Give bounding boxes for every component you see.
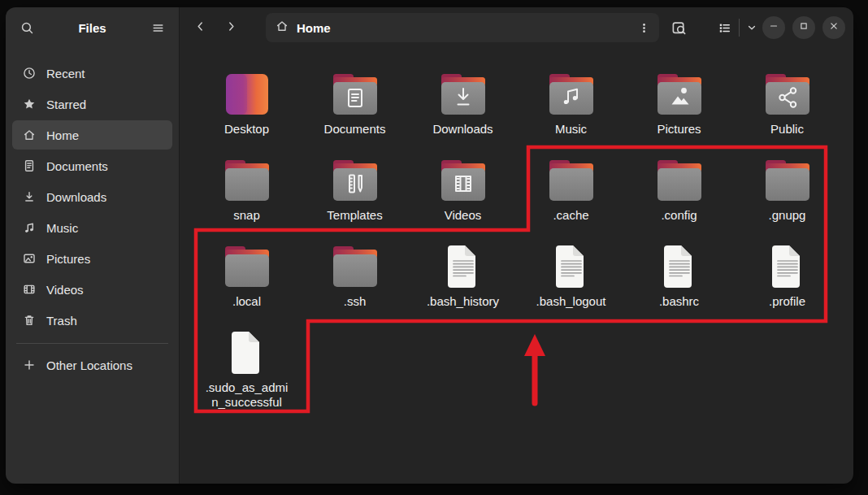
file-item[interactable]: Pictures bbox=[625, 68, 733, 154]
file-label: .sudo_as_admin_successful bbox=[206, 380, 289, 410]
home-icon bbox=[276, 20, 289, 36]
folder-icon bbox=[545, 68, 597, 119]
star-icon bbox=[23, 98, 36, 111]
sidebar-list: RecentStarredHomeDocumentsDownloadsMusic… bbox=[6, 48, 179, 337]
hamburger-menu-icon bbox=[151, 21, 165, 35]
maximize-icon bbox=[798, 20, 809, 35]
file-item[interactable]: .gnupg bbox=[733, 154, 841, 241]
sidebar-item-label: Downloads bbox=[46, 190, 106, 204]
sidebar-item-home[interactable]: Home bbox=[12, 120, 172, 150]
hamburger-menu-button[interactable] bbox=[145, 15, 171, 41]
file-label: .ssh bbox=[344, 294, 367, 309]
file-item[interactable]: .ssh bbox=[301, 241, 409, 327]
folder-icon bbox=[653, 154, 705, 205]
folder-icon bbox=[329, 241, 381, 291]
file-label: .local bbox=[232, 294, 261, 309]
file-label: Pictures bbox=[657, 122, 701, 137]
file-item[interactable]: Downloads bbox=[409, 68, 517, 154]
file-item[interactable]: Desktop bbox=[193, 68, 301, 154]
search-button[interactable] bbox=[14, 15, 40, 41]
forward-button[interactable] bbox=[218, 15, 244, 41]
file-item[interactable]: .sudo_as_admin_successful bbox=[193, 327, 301, 413]
home-icon bbox=[23, 128, 36, 141]
maximize-button[interactable] bbox=[792, 16, 815, 39]
sidebar-item-label: Starred bbox=[46, 98, 86, 111]
file-label: .cache bbox=[553, 208, 588, 223]
file-item[interactable]: Videos bbox=[409, 154, 517, 241]
sidebar-item-downloads[interactable]: Downloads bbox=[12, 182, 172, 211]
sidebar-item-recent[interactable]: Recent bbox=[12, 59, 172, 88]
back-button[interactable] bbox=[187, 15, 213, 41]
sidebar: Files RecentStarredHomeDocumentsDownload… bbox=[6, 7, 180, 484]
view-options-button[interactable] bbox=[741, 15, 762, 41]
sidebar-item-label: Music bbox=[46, 221, 78, 235]
file-label: .gnupg bbox=[769, 208, 806, 223]
sidebar-item-label: Trash bbox=[46, 314, 77, 328]
close-icon bbox=[828, 20, 840, 35]
file-label: snap bbox=[233, 208, 260, 223]
close-button[interactable] bbox=[822, 16, 845, 39]
folder-icon bbox=[221, 154, 273, 205]
search-location-button[interactable] bbox=[666, 15, 692, 41]
search-location-icon bbox=[671, 20, 687, 36]
file-item[interactable]: Templates bbox=[301, 154, 409, 241]
file-item[interactable]: .bash_history bbox=[409, 241, 517, 327]
view-toggle bbox=[711, 15, 762, 41]
file-item[interactable]: .bashrc bbox=[625, 241, 733, 327]
file-label: .profile bbox=[769, 294, 805, 309]
file-icon bbox=[762, 241, 814, 291]
forward-chevron-icon bbox=[224, 20, 238, 37]
minimize-button[interactable] bbox=[762, 16, 785, 39]
file-icon bbox=[545, 241, 597, 291]
kebab-menu-icon bbox=[638, 21, 650, 35]
trash-icon bbox=[23, 314, 36, 327]
folder-icon bbox=[329, 68, 381, 119]
file-item[interactable]: .cache bbox=[517, 154, 625, 241]
file-label: .bashrc bbox=[659, 294, 699, 309]
pathbar[interactable]: Home bbox=[266, 13, 659, 42]
app-title: Files bbox=[40, 21, 145, 35]
music-icon bbox=[23, 221, 36, 234]
sidebar-item-label: Videos bbox=[46, 283, 84, 297]
file-label: Documents bbox=[324, 122, 386, 137]
file-item[interactable]: .bash_logout bbox=[517, 241, 625, 327]
file-item[interactable]: .profile bbox=[733, 241, 841, 327]
folder-icon bbox=[545, 154, 597, 205]
file-item[interactable]: Music bbox=[517, 68, 625, 154]
chevron-down-icon bbox=[745, 21, 758, 34]
content-pane: Home bbox=[180, 7, 853, 484]
files-app-window: Files RecentStarredHomeDocumentsDownload… bbox=[6, 7, 853, 484]
folder-icon bbox=[762, 154, 814, 205]
sidebar-item-label: Other Locations bbox=[46, 358, 132, 372]
folder-icon bbox=[329, 154, 381, 205]
file-item[interactable]: .local bbox=[193, 241, 301, 327]
file-item[interactable]: Public bbox=[733, 68, 841, 154]
sidebar-item-music[interactable]: Music bbox=[12, 213, 172, 242]
file-label: .bash_logout bbox=[536, 294, 606, 309]
file-label: .bash_history bbox=[427, 294, 499, 309]
sidebar-item-documents[interactable]: Documents bbox=[12, 151, 172, 180]
headerbar: Home bbox=[180, 7, 853, 48]
path-label: Home bbox=[297, 21, 633, 35]
sidebar-item-other-locations[interactable]: Other Locations bbox=[12, 350, 172, 380]
sidebar-item-label: Pictures bbox=[46, 252, 90, 266]
sidebar-separator bbox=[16, 343, 168, 344]
file-label: Downloads bbox=[432, 122, 493, 137]
list-view-icon bbox=[718, 21, 731, 35]
file-label: Public bbox=[770, 122, 804, 137]
folder-icon bbox=[762, 68, 814, 119]
back-chevron-icon bbox=[193, 20, 207, 37]
sidebar-item-starred[interactable]: Starred bbox=[12, 89, 172, 119]
sidebar-item-pictures[interactable]: Pictures bbox=[12, 244, 172, 273]
file-item[interactable]: snap bbox=[193, 154, 301, 241]
path-menu-button[interactable] bbox=[633, 15, 654, 41]
clock-icon bbox=[23, 67, 36, 80]
folder-icon bbox=[437, 154, 489, 205]
file-grid: Desktop Documents Downloads bbox=[180, 48, 853, 413]
sidebar-item-label: Home bbox=[46, 128, 79, 142]
file-item[interactable]: .config bbox=[625, 154, 733, 241]
sidebar-item-videos[interactable]: Videos bbox=[12, 275, 172, 304]
file-item[interactable]: Documents bbox=[301, 68, 409, 154]
sidebar-item-trash[interactable]: Trash bbox=[12, 306, 172, 335]
list-view-button[interactable] bbox=[711, 15, 737, 41]
